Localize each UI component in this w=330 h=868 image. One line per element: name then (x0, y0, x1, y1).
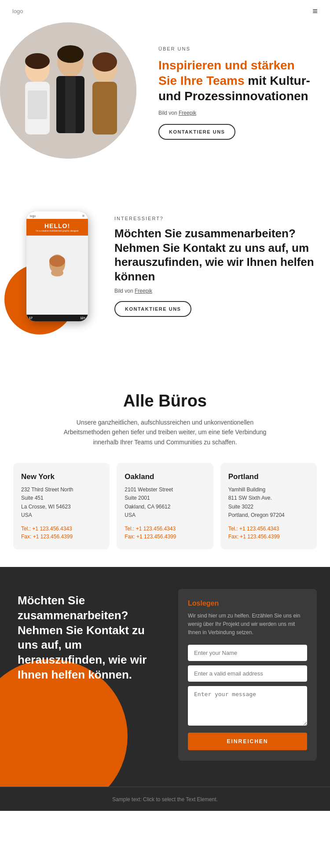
office-oakland-address: 2101 Webster StreetSuite 2001Oakland, CA… (125, 486, 205, 519)
form-message-textarea[interactable] (188, 686, 307, 726)
section-two-credit-link[interactable]: Freepik (135, 288, 152, 294)
phone-subtitle-text: I'm a creative multitalented graphic des… (30, 229, 84, 232)
cta-left-content: Möchten Sie zusammenarbeiten? Nehmen Sie… (0, 567, 169, 787)
office-portland-fax-number: +1 123.456.4399 (240, 534, 279, 540)
phone-top-bar: logo ≡ (26, 211, 88, 219)
office-newyork-address: 232 Third Street NorthSuite 451La Crosse… (21, 486, 102, 519)
phone-hello-area: HELLO! I'm a creative multitalented grap… (26, 219, 88, 236)
phone-bottom-left: 17 (29, 316, 33, 320)
hero-tag: ÜBER UNS (158, 46, 314, 51)
office-newyork-tel-number: +1 123.456.4343 (32, 526, 72, 532)
phone-mockup: logo ≡ HELLO! I'm a creative multitalent… (26, 211, 88, 321)
svg-rect-8 (92, 82, 117, 134)
svg-point-9 (25, 53, 50, 69)
hero-contact-button[interactable]: KONTAKTIERE UNS (158, 124, 235, 140)
office-portland-tel: Tel.: +1 123.456.4343 (228, 526, 309, 532)
hamburger-icon[interactable]: ≡ (312, 6, 318, 16)
phone-logo: logo (30, 214, 36, 218)
office-portland-name: Portland (228, 472, 309, 481)
phone-menu-icon: ≡ (82, 214, 84, 218)
cta-right-form: Loslegen Wir sind hier um zu helfen. Erz… (169, 567, 330, 787)
section-two: logo ≡ HELLO! I'm a creative multitalent… (0, 203, 330, 343)
office-oakland-fax: Fax: +1 123.456.4399 (125, 534, 205, 540)
section-two-title: Möchten Sie zusammenarbeiten? Nehmen Sie… (114, 226, 317, 283)
office-oakland-fax-number: +1 123.456.4399 (136, 534, 176, 540)
form-email-input[interactable] (188, 665, 307, 682)
office-card-newyork: New York 232 Third Street NorthSuite 451… (13, 463, 110, 549)
office-oakland-tel-number: +1 123.456.4343 (136, 526, 176, 532)
section-two-credit-prefix: Bild von (114, 288, 135, 294)
svg-point-15 (51, 269, 63, 276)
office-newyork-tel: Tel.: +1 123.456.4343 (21, 526, 102, 532)
hero-image-circle (0, 22, 136, 159)
svg-point-13 (49, 255, 65, 267)
office-card-oakland: Oakland 2101 Webster StreetSuite 2001Oak… (117, 463, 213, 549)
cta-section: Möchten Sie zusammenarbeiten? Nehmen Sie… (0, 567, 330, 787)
office-newyork-fax: Fax: +1 123.456.4399 (21, 534, 102, 540)
form-name-input[interactable] (188, 645, 307, 661)
hero-section: ÜBER UNS Inspirieren und stärken Sie Ihr… (0, 22, 330, 181)
section-two-credit: Bild von Freepik (114, 288, 317, 294)
office-newyork-fax-number: +1 123.456.4399 (33, 534, 73, 540)
section-two-image: logo ≡ HELLO! I'm a creative multitalent… (13, 211, 101, 321)
footer-text: Sample text: Click to select the Text El… (112, 796, 218, 803)
offices-section: Alle Büros Unsere ganzheitlichen, aufsch… (0, 365, 330, 567)
svg-point-10 (57, 45, 84, 63)
office-portland-tel-number: +1 123.456.4343 (239, 526, 279, 532)
phone-bottom-bar: 17 12+ (26, 315, 88, 321)
section-two-tag: INTERESSIERT? (114, 216, 317, 221)
office-portland-address: Yamhill Building811 SW Sixth Ave.Suite 3… (228, 486, 309, 519)
cta-title: Möchten Sie zusammenarbeiten? Nehmen Sie… (18, 593, 156, 683)
hero-title: Inspirieren und stärken Sie Ihre Teams m… (158, 58, 314, 104)
logo: logo (12, 8, 23, 15)
hero-credit-prefix: Bild von (158, 110, 179, 116)
office-portland-fax: Fax: +1 123.456.4399 (228, 534, 309, 540)
hero-credit: Bild von Freepik (158, 110, 314, 116)
offices-description: Unsere ganzheitlichen, aufschlussreichen… (59, 418, 271, 447)
section-two-content: INTERESSIERT? Möchten Sie zusammenarbeit… (114, 216, 317, 317)
hero-image-wrap (0, 22, 150, 163)
svg-point-11 (92, 52, 117, 72)
phone-bottom-right: 12+ (80, 316, 85, 320)
office-oakland-name: Oakland (125, 472, 205, 481)
svg-rect-6 (65, 76, 76, 133)
offices-grid: New York 232 Third Street NorthSuite 451… (13, 463, 317, 549)
phone-hello-text: HELLO! (30, 222, 84, 229)
cta-form-box: Loslegen Wir sind hier um zu helfen. Erz… (178, 589, 317, 761)
phone-person-area (26, 236, 88, 315)
site-footer: Sample text: Click to select the Text El… (0, 787, 330, 811)
site-header: logo ≡ (0, 0, 330, 22)
office-card-portland: Portland Yamhill Building811 SW Sixth Av… (220, 463, 317, 549)
form-submit-button[interactable]: EINREICHEN (188, 733, 307, 750)
section-two-contact-button[interactable]: KONTAKTIERE UNS (114, 301, 191, 317)
svg-rect-14 (48, 273, 66, 297)
office-newyork-name: New York (21, 472, 102, 481)
svg-rect-3 (28, 91, 47, 119)
office-oakland-tel: Tel.: +1 123.456.4343 (125, 526, 205, 532)
phone-inner: logo ≡ HELLO! I'm a creative multitalent… (26, 211, 88, 321)
cta-form-title: Loslegen (188, 599, 307, 607)
hero-content: ÜBER UNS Inspirieren und stärken Sie Ihr… (150, 33, 330, 153)
offices-title: Alle Büros (13, 392, 317, 410)
cta-form-description: Wir sind hier um zu helfen. Erzählen Sie… (188, 612, 307, 637)
hero-credit-link[interactable]: Freepik (179, 110, 196, 116)
